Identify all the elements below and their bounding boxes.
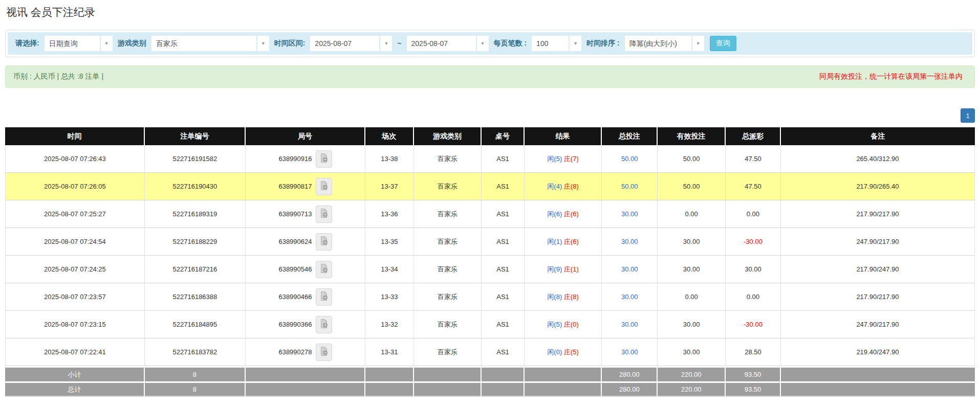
page-1-button[interactable]: 1	[961, 108, 975, 123]
chevron-down-icon[interactable]: ▼	[692, 36, 704, 51]
bet-record-row: 2025-08-07 07:23:15522716184895638990366…	[5, 311, 975, 338]
video-file-icon	[319, 319, 329, 330]
summary-empty-cell	[525, 381, 602, 397]
round-id-wrap: 638990466	[248, 288, 363, 306]
summary-payout-cell: 93.50	[726, 366, 781, 381]
total-bet-cell: 30.00	[602, 338, 658, 366]
round-id-wrap: 638990624	[248, 233, 363, 251]
banker-result: 庄(5)	[564, 348, 579, 356]
summary-empty-cell	[246, 381, 365, 397]
chevron-down-icon[interactable]: ▼	[570, 36, 581, 51]
remark-cell: 219.40/247.90	[781, 338, 975, 366]
video-replay-button[interactable]	[316, 261, 332, 278]
sort-order-select[interactable]: 降冪(由大到小) ▼	[625, 36, 704, 51]
bet-id-cell: 522716188229	[145, 228, 246, 256]
date-from-select[interactable]: 2025-08-07 ▼	[310, 36, 392, 51]
game-type-label: 游戏类别	[118, 39, 146, 48]
page-size-value: 100	[532, 36, 569, 51]
pagination: 1	[5, 108, 975, 123]
total-bet-link[interactable]: 30.00	[621, 238, 638, 245]
remark-cell: 217.90/217.90	[781, 200, 975, 228]
chevron-down-icon[interactable]: ▼	[477, 36, 489, 51]
total-bet-cell: 30.00	[602, 311, 658, 338]
round-id-wrap: 638990546	[248, 261, 363, 278]
bet-id-cell: 522716191582	[145, 145, 246, 173]
video-replay-button[interactable]	[316, 288, 332, 306]
remark-cell: 217.90/217.90	[781, 283, 975, 311]
round-id-wrap: 638990278	[248, 344, 363, 361]
player-result: 闲(6)	[547, 210, 562, 218]
player-result: 闲(9)	[547, 265, 562, 273]
chevron-down-icon[interactable]: ▼	[380, 36, 392, 51]
remark-cell: 265.40/312.90	[781, 145, 975, 173]
query-type-value: 日期查询	[45, 36, 100, 51]
sort-order-value: 降冪(由大到小)	[625, 36, 691, 51]
total-bet-link[interactable]: 30.00	[621, 321, 638, 328]
round-id-cell: 638990366	[246, 311, 365, 338]
chevron-down-icon[interactable]: ▼	[101, 36, 113, 51]
video-replay-button[interactable]	[316, 233, 332, 251]
total-bet-link[interactable]: 30.00	[621, 293, 638, 301]
column-header-5: 游戏类别	[414, 127, 482, 145]
date-to-select[interactable]: 2025-08-07 ▼	[407, 36, 489, 51]
valid-bet-cell: 50.00	[658, 173, 726, 200]
table-number-cell: AS1	[482, 173, 524, 200]
valid-bet-cell: 30.00	[658, 311, 726, 338]
bet-record-row: 2025-08-07 07:24:54522716188229638990624…	[5, 228, 975, 256]
query-type-select[interactable]: 日期查询 ▼	[45, 36, 113, 51]
round-number: 638990713	[278, 210, 312, 218]
banker-result: 庄(8)	[564, 293, 579, 301]
page-title: 视讯 会员下注纪录	[6, 5, 975, 19]
total-bet-link[interactable]: 50.00	[621, 183, 638, 190]
currency-total-text: 币别 : 人民币 | 总共 :8 注单 |	[13, 72, 103, 81]
round-number: 638990546	[278, 265, 312, 273]
page-size-select[interactable]: 100 ▼	[532, 36, 581, 51]
video-replay-button[interactable]	[316, 150, 332, 168]
game-type-select[interactable]: 百家乐 ▼	[151, 36, 269, 51]
round-id-wrap: 638990817	[248, 178, 363, 195]
total-bet-cell: 30.00	[602, 228, 658, 256]
table-number-cell: AS1	[482, 256, 524, 283]
filter-panel: 请选择: 日期查询 ▼ 游戏类别 百家乐 ▼ 时间区间: 2025-08-07 …	[5, 30, 975, 57]
date-to-value: 2025-08-07	[407, 36, 476, 51]
search-button[interactable]: 查询	[710, 36, 736, 51]
table-number-cell: AS1	[482, 338, 524, 366]
summary-empty-cell	[246, 366, 365, 381]
round-number: 638990817	[278, 183, 312, 190]
bet-record-row: 2025-08-07 07:26:05522716190430638990817…	[5, 173, 975, 200]
video-file-icon	[319, 236, 329, 247]
session-cell: 13-33	[365, 283, 414, 311]
video-replay-button[interactable]	[316, 178, 332, 195]
total-bet-link[interactable]: 30.00	[621, 210, 638, 218]
remark-cell: 217.90/265.40	[781, 173, 975, 200]
round-number: 638990916	[278, 155, 312, 163]
summary-remark-cell	[781, 366, 975, 381]
valid-bet-notice: 同局有效投注，统一计算在该局第一张注单内	[819, 72, 967, 81]
time-range-label: 时间区间:	[274, 39, 306, 48]
remark-cell: 247.90/217.90	[781, 311, 975, 338]
column-header-4: 场次	[365, 127, 414, 145]
valid-bet-cell: 0.00	[658, 200, 726, 228]
chevron-down-icon[interactable]: ▼	[257, 36, 269, 51]
total-bet-link[interactable]: 30.00	[621, 348, 638, 356]
payout-cell: 47.50	[726, 145, 781, 173]
summary-empty-cell	[414, 381, 482, 397]
banker-result: 庄(7)	[564, 155, 579, 163]
round-number: 638990466	[278, 293, 312, 301]
summary-empty-cell	[525, 366, 602, 381]
bet-time-cell: 2025-08-07 07:22:41	[5, 338, 145, 366]
summary-empty-cell	[482, 381, 524, 397]
video-file-icon	[319, 208, 329, 220]
total-bet-cell: 30.00	[602, 256, 658, 283]
summary-valid-bet-cell: 220.00	[658, 381, 726, 397]
session-cell: 13-32	[365, 311, 414, 338]
result-cell: 闲(9) 庄(1)	[525, 256, 602, 283]
video-replay-button[interactable]	[316, 344, 332, 361]
banker-result: 庄(6)	[564, 210, 579, 218]
total-bet-link[interactable]: 30.00	[621, 265, 638, 273]
total-bet-link[interactable]: 50.00	[621, 155, 638, 163]
table-number-cell: AS1	[482, 283, 524, 311]
video-replay-button[interactable]	[316, 206, 332, 223]
filter-bar: 请选择: 日期查询 ▼ 游戏类别 百家乐 ▼ 时间区间: 2025-08-07 …	[8, 32, 972, 55]
video-replay-button[interactable]	[316, 316, 332, 333]
